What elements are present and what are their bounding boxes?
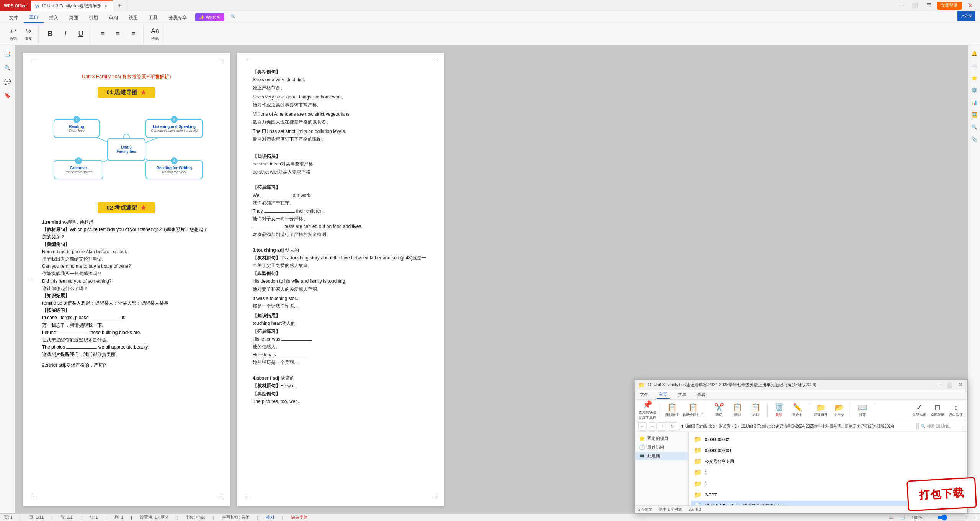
ribbon-tab-home[interactable]: 主页 bbox=[24, 12, 44, 23]
fm-tab-file[interactable]: 文件 bbox=[637, 391, 650, 398]
fm-invert-select-btn[interactable]: ↕ 反向选择 bbox=[947, 401, 964, 420]
share-icon: ↗ bbox=[960, 14, 964, 19]
bold-btn[interactable]: B bbox=[43, 25, 57, 43]
align-center-icon: ≡ bbox=[116, 30, 120, 38]
align-right-btn[interactable]: ≡ bbox=[126, 25, 140, 43]
italic-btn[interactable]: I bbox=[59, 25, 72, 43]
close-btn[interactable]: ✕ bbox=[965, 0, 975, 11]
rs-settings-icon[interactable]: ⚙️ bbox=[969, 85, 979, 95]
ribbon-tab-ref[interactable]: 引用 bbox=[83, 13, 103, 23]
fm-search-icon: 🔍 bbox=[921, 424, 926, 428]
fm-paste-shortcut-btn[interactable]: 📋 粘贴快捷方式 bbox=[682, 401, 704, 420]
sidebar-bookmark-icon[interactable]: 🔖 bbox=[2, 90, 13, 101]
fm-folder-btn[interactable]: 📂 文件夹 bbox=[831, 401, 848, 420]
ribbon-tab-view[interactable]: 视图 bbox=[123, 13, 143, 23]
fm-paste-btn[interactable]: 📋 粘贴 bbox=[747, 401, 764, 420]
fm-invert-icon: ↕ bbox=[954, 403, 958, 412]
underline-icon: U bbox=[78, 30, 83, 38]
rs-image-icon[interactable]: 🖼️ bbox=[969, 110, 979, 120]
search-icon: 🔍 bbox=[230, 14, 235, 18]
new-tab-btn[interactable]: + bbox=[113, 0, 126, 11]
fm-up-btn[interactable]: ↑ bbox=[658, 422, 666, 431]
active-tab[interactable]: W 10.Unit 3 Family ties速记清单⑤ ✕ bbox=[31, 0, 113, 11]
sidebar-nav-icon[interactable]: 📑 bbox=[2, 48, 13, 60]
fm-copy-path-icon: 📋 bbox=[667, 403, 677, 412]
fm-toolbar-right: ✓ 全部选择 □ 全部取消 ↕ 反向选择 bbox=[911, 401, 964, 420]
fm-back-btn[interactable]: ← bbox=[638, 422, 647, 431]
rs-chart-icon[interactable]: 📊 bbox=[969, 97, 979, 107]
sidebar-find-icon[interactable]: 🔍 bbox=[2, 62, 13, 74]
ribbon-tab-file[interactable]: 文件 bbox=[4, 13, 24, 23]
fm-path-bar[interactable]: ⬆ Unit 3 Family ties › 3-试题 › 2 › 10.Uni… bbox=[678, 423, 917, 430]
fm-folder-icon: 📁 bbox=[694, 458, 702, 465]
rs-attach-icon[interactable]: 📎 bbox=[969, 134, 979, 144]
fm-restore-btn[interactable]: ⬜ bbox=[946, 381, 954, 389]
fm-file-item[interactable]: 📁 公众号分享专用 bbox=[691, 456, 965, 467]
fm-sidebar-recent[interactable]: 🕐 最近访问 bbox=[635, 443, 688, 452]
maximize-btn[interactable]: 🗖 bbox=[923, 0, 934, 11]
fm-file-item[interactable]: 📁 1 bbox=[691, 467, 965, 478]
ribbon-tab-review[interactable]: 审阅 bbox=[103, 13, 123, 23]
fm-rename-btn[interactable]: ✏️ 重命名 bbox=[789, 401, 806, 420]
corner-tr-r bbox=[433, 61, 436, 64]
fm-copy-path-btn[interactable]: 📋 复制路径 bbox=[663, 401, 680, 420]
corner-br-r bbox=[433, 494, 436, 498]
rs-search-icon[interactable]: 🔍 bbox=[969, 122, 979, 132]
rs-notification-icon[interactable]: 🔔 bbox=[969, 48, 979, 58]
fm-tab-share[interactable]: 共享 bbox=[676, 391, 689, 398]
fm-select-all-icon: ✓ bbox=[916, 403, 923, 412]
minimize-btn[interactable]: — bbox=[896, 0, 906, 11]
mind-map-node4: 4 Reading for Writing Racing together bbox=[145, 160, 203, 179]
ribbon-tab-tools[interactable]: 工具 bbox=[143, 13, 163, 23]
align-center-btn[interactable]: ≡ bbox=[111, 25, 125, 43]
rs-star-icon[interactable]: ⭐ bbox=[969, 73, 979, 83]
fm-delete-btn[interactable]: 🗑️ 删除 bbox=[771, 401, 787, 420]
ribbon-tab-member[interactable]: 会员专享 bbox=[163, 13, 192, 23]
align-left-icon: ≡ bbox=[101, 30, 105, 38]
fm-cut-btn[interactable]: ✂️ 剪切 bbox=[710, 401, 727, 420]
fm-folder-icon: 📁 bbox=[694, 480, 702, 487]
zoom-slider[interactable] bbox=[937, 514, 968, 521]
align-left-btn[interactable]: ≡ bbox=[96, 25, 109, 43]
undo-btn[interactable]: ↩ 撤销 bbox=[6, 25, 20, 43]
rs-cloud-icon[interactable]: ☁️ bbox=[969, 61, 979, 70]
fm-close-btn[interactable]: ✕ bbox=[957, 381, 964, 389]
fm-pin-btn[interactable]: 📌 固定到快速 访问工具栏 bbox=[638, 401, 657, 420]
fm-refresh-btn[interactable]: ↻ bbox=[668, 422, 676, 431]
register-btn[interactable]: 立即登录 bbox=[937, 2, 962, 10]
share-btn[interactable]: ↗ 分享 bbox=[957, 11, 975, 21]
fm-new-item-btn[interactable]: 📁 新建项目 bbox=[812, 401, 829, 420]
styles-btn[interactable]: Aa 样式 bbox=[148, 25, 162, 43]
wps-ai-btn[interactable]: ✨ WPS AI bbox=[195, 13, 224, 21]
fm-open-btn[interactable]: 📖 打开 bbox=[854, 401, 871, 420]
fm-select-none-btn[interactable]: □ 全部取消 bbox=[929, 401, 946, 420]
fm-tab-view[interactable]: 查看 bbox=[695, 391, 708, 398]
fm-divider5 bbox=[851, 403, 851, 418]
fm-minimize-btn[interactable]: — bbox=[935, 381, 943, 389]
fm-search-bar[interactable]: 🔍 搜索 10.Unit... bbox=[918, 423, 964, 430]
tab-close-btn[interactable]: ✕ bbox=[103, 3, 108, 9]
redo-btn[interactable]: ↪ 恢复 bbox=[21, 25, 35, 43]
corner-tl-r bbox=[245, 61, 249, 64]
fm-forward-btn[interactable]: → bbox=[648, 422, 657, 431]
fm-tab-home[interactable]: 主页 bbox=[657, 391, 670, 399]
download-badge[interactable]: 打包下载 bbox=[906, 477, 977, 511]
fm-file-item[interactable]: 📁 0.0000000001 bbox=[691, 445, 965, 455]
italic-icon: I bbox=[64, 30, 66, 38]
sidebar-comment-icon[interactable]: 💬 bbox=[2, 76, 13, 87]
fm-pinned-icon: ⭐ bbox=[639, 436, 645, 441]
fm-copy-btn[interactable]: 📋 复制 bbox=[729, 401, 746, 420]
mind-map: Unit 3 Family ties 1 Reading Silent love… bbox=[42, 103, 211, 195]
ribbon-content: ↩ 撤销 ↪ 恢复 B I U ≡ ≡ bbox=[0, 23, 980, 45]
search-ribbon-btn[interactable]: 🔍 bbox=[226, 11, 240, 21]
underline-btn[interactable]: U bbox=[74, 25, 88, 43]
ribbon-para-group: ≡ ≡ ≡ bbox=[93, 25, 144, 44]
fm-sidebar-pinned[interactable]: ⭐ 固定的项目 bbox=[635, 434, 688, 443]
fm-pc-icon: 💻 bbox=[639, 453, 645, 459]
fm-sidebar-pc[interactable]: 💻 此电脑 bbox=[635, 452, 688, 460]
restore-btn[interactable]: ⬜ bbox=[910, 0, 920, 11]
ribbon-tab-page[interactable]: 页面 bbox=[64, 13, 83, 23]
fm-file-item[interactable]: 📁 0.000000002 bbox=[691, 434, 965, 444]
fm-select-all-btn[interactable]: ✓ 全部选择 bbox=[911, 401, 928, 420]
ribbon-tab-insert[interactable]: 插入 bbox=[44, 13, 64, 23]
